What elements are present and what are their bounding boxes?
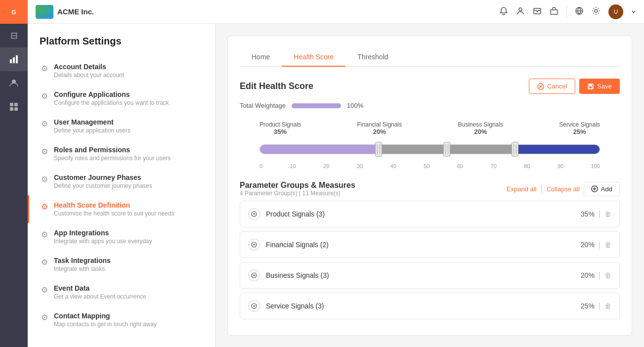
slider-track — [259, 144, 600, 154]
svg-point-14 — [595, 9, 598, 12]
settings-icon[interactable] — [592, 6, 601, 17]
weightage-label: Total Weightage — [240, 102, 286, 109]
svg-rect-9 — [14, 107, 18, 111]
tab-threshold[interactable]: Threshold — [345, 48, 400, 67]
slider-handle-1[interactable] — [375, 142, 382, 157]
signal-labels: Product Signals 35% Financial Signals 20… — [240, 121, 620, 135]
inbox-icon[interactable] — [533, 6, 542, 17]
item-title: Roles and Permissions — [54, 146, 171, 154]
item-title: Configure Applications — [54, 90, 169, 98]
nav-item-dashboard[interactable]: ⊟ — [0, 24, 28, 47]
expand-all-button[interactable]: Expand all — [507, 185, 537, 193]
sidebar-item-account-details[interactable]: ⚙ Account Details Details about your acc… — [28, 57, 215, 85]
svg-rect-11 — [534, 8, 541, 14]
sidebar-item-roles-permissions[interactable]: ⚙ Roles and Permissions Specify roles an… — [28, 140, 215, 168]
cancel-button[interactable]: Cancel — [529, 79, 575, 94]
signal-business: Business Signals 20% — [458, 121, 503, 135]
param-financial-right: 20% | 🗑 — [581, 240, 611, 249]
param-business-name: Business Signals (3) — [266, 271, 581, 279]
delete-service-button[interactable]: 🗑 — [604, 302, 611, 310]
param-service-right: 25% | 🗑 — [581, 302, 611, 310]
app-logo-icon: G — [0, 0, 28, 24]
item-desc: Customise the health score to suit your … — [54, 210, 174, 217]
user-avatar[interactable]: U — [608, 4, 623, 19]
param-actions: Expand all | Collapse all Add — [507, 182, 620, 196]
svg-rect-12 — [551, 10, 558, 14]
add-group-button[interactable]: Add — [584, 182, 620, 196]
item-desc: Define your application users — [54, 127, 130, 134]
avatar-dropdown-icon[interactable] — [631, 9, 636, 14]
sidebar-item-contact-mapping[interactable]: ⚙ Contact Mapping Map contacts to get in… — [28, 306, 215, 334]
slider-business-segment — [446, 145, 515, 154]
sidebar-item-user-management[interactable]: ⚙ User Management Define your applicatio… — [28, 112, 215, 140]
left-navigation: G ⊟ — [0, 0, 28, 347]
expand-product-button[interactable] — [248, 208, 260, 220]
delete-business-button[interactable]: 🗑 — [604, 271, 611, 279]
signal-service: Service Signals 25% — [559, 121, 600, 135]
slider-ticks: 0 10 20 30 40 50 60 70 80 90 100 — [240, 163, 620, 169]
logo-badge: ACME — [36, 5, 53, 19]
sidebar-item-health-score[interactable]: ⚙ Health Score Definition Customise the … — [28, 195, 215, 223]
divider — [566, 6, 567, 18]
briefcase-icon[interactable] — [550, 6, 558, 17]
svg-rect-2 — [10, 59, 12, 63]
user-icon[interactable] — [516, 6, 525, 17]
item-desc: Specify roles and permissions for your u… — [54, 155, 171, 162]
svg-point-10 — [519, 8, 522, 11]
gear-icon: ⚙ — [41, 64, 48, 73]
weightage-value: 100% — [347, 102, 363, 109]
gear-icon: ⚙ — [41, 202, 48, 212]
gear-icon: ⚙ — [41, 147, 48, 156]
main-panel: Home Health Score Threshold Edit Health … — [215, 24, 644, 347]
play-icon — [251, 303, 257, 309]
slider-product-segment — [260, 145, 378, 154]
delete-financial-button[interactable]: 🗑 — [604, 241, 611, 249]
svg-rect-18 — [589, 87, 592, 88]
play-icon — [251, 272, 257, 278]
nav-item-users[interactable] — [0, 71, 28, 95]
sidebar-item-app-integrations[interactable]: ⚙ App Integrations Integrate with apps y… — [28, 223, 215, 251]
collapse-all-button[interactable]: Collapse all — [547, 185, 580, 193]
sidebar-item-customer-journey[interactable]: ⚙ Customer Journey Phases Define your cu… — [28, 168, 215, 195]
param-groups-header: Parameter Groups & Measures 4 Parameter … — [240, 181, 620, 197]
save-button[interactable]: Save — [579, 79, 620, 94]
notifications-icon[interactable] — [499, 6, 508, 17]
weightage-bar — [292, 103, 341, 108]
signal-slider[interactable] — [259, 139, 600, 159]
save-icon — [587, 83, 594, 90]
action-buttons: Cancel Save — [529, 79, 620, 94]
tab-health-score[interactable]: Health Score — [282, 48, 345, 67]
expand-financial-button[interactable] — [248, 239, 260, 251]
nav-item-grid[interactable] — [0, 95, 28, 119]
cancel-icon — [537, 83, 544, 90]
param-groups-title: Parameter Groups & Measures — [240, 181, 355, 190]
delete-product-button[interactable]: 🗑 — [604, 210, 611, 218]
expand-service-button[interactable] — [248, 300, 260, 312]
item-title: Customer Journey Phases — [54, 174, 152, 181]
item-desc: Define your customer journey phases — [54, 182, 152, 189]
sidebar-item-event-data[interactable]: ⚙ Event Data Get a view about Event occu… — [28, 278, 215, 306]
company-logo: ACME ACME Inc. — [36, 5, 94, 19]
slider-handle-3[interactable] — [512, 142, 518, 157]
item-title: User Management — [54, 118, 130, 126]
nav-item-analytics[interactable] — [0, 47, 28, 71]
gear-icon: ⚙ — [41, 91, 48, 101]
item-title: Event Data — [54, 284, 146, 292]
svg-rect-4 — [16, 55, 18, 63]
play-icon — [251, 242, 257, 248]
param-product-pct: 35% — [581, 210, 595, 218]
item-desc: Get a view about Event occurrence — [54, 293, 146, 300]
param-product-right: 35% | 🗑 — [581, 210, 611, 218]
sidebar-item-task-integrations[interactable]: ⚙ Task Integrations Integrate with tasks — [28, 251, 215, 278]
sidebar-item-configure-apps[interactable]: ⚙ Configure Applications Configure the a… — [28, 85, 215, 112]
item-desc: Integrate with tasks — [54, 265, 111, 272]
globe-icon[interactable] — [575, 6, 584, 17]
svg-rect-3 — [13, 57, 15, 63]
item-desc: Configure the applications you want to t… — [54, 99, 169, 106]
signal-product: Product Signals 35% — [259, 121, 301, 135]
expand-business-button[interactable] — [248, 269, 260, 281]
top-bar: ACME ACME Inc. U — [28, 0, 644, 24]
tab-home[interactable]: Home — [240, 48, 282, 67]
slider-handle-2[interactable] — [443, 142, 450, 157]
edit-header: Edit Health Score Cancel Save — [240, 79, 620, 94]
